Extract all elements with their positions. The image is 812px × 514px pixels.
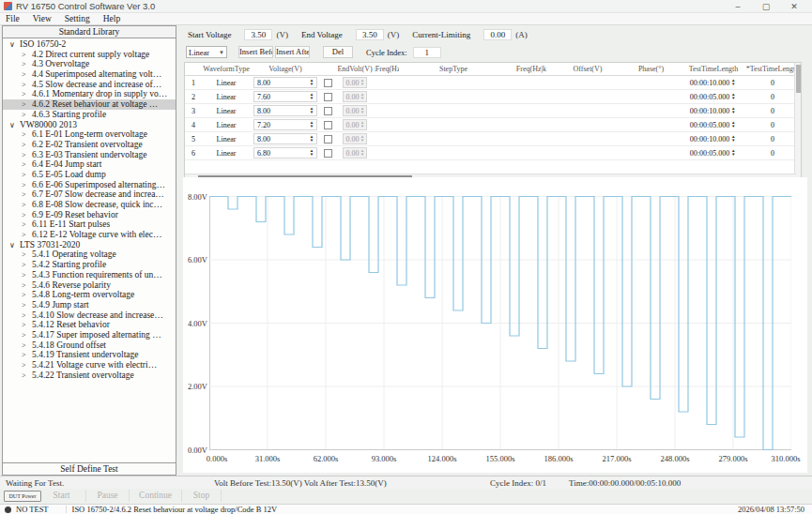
waveform-type-cell[interactable]: Linear: [202, 90, 251, 103]
spinner-icon[interactable]: ▲▼: [729, 135, 737, 144]
tree-item[interactable]: >5.4.18 Ground offset: [3, 340, 176, 351]
tree-group-vw80000-2013[interactable]: ∨VW80000 2013: [3, 120, 176, 130]
tree-item[interactable]: >4.2 Direct current supply voltage: [3, 50, 176, 60]
menu-item-help[interactable]: Help: [103, 14, 120, 23]
voltage-input[interactable]: 8.00▲▼: [253, 133, 317, 144]
test-time-value: 00:00:10.000: [690, 135, 729, 144]
tree-item[interactable]: >6.7 E-07 Slow decrease and increa…: [3, 189, 176, 200]
tree-item[interactable]: >4.4 Superimposed alternating volt…: [3, 69, 176, 80]
voltage-input[interactable]: 8.00▲▼: [253, 77, 317, 88]
waveform-type-cell[interactable]: Linear: [202, 132, 251, 145]
test-time-cell: 00:00:10.000▲▼: [682, 132, 745, 145]
close-button[interactable]: ✕: [780, 0, 808, 13]
maximize-button[interactable]: ▢: [752, 0, 780, 13]
row-checkbox[interactable]: [324, 149, 332, 158]
tree-item[interactable]: >5.4.21 Voltage curve with electri…: [3, 360, 176, 370]
tree-item[interactable]: >6.1 E-01 Long-term overvoltage: [3, 129, 176, 140]
tree-item[interactable]: >6.2 E-02 Transient overvoltage: [3, 140, 176, 150]
tree-item[interactable]: >6.3 E-03 Transient undervoltage: [3, 150, 176, 160]
tree-item[interactable]: >4.6.3 Starting profile: [3, 110, 176, 120]
tree-item[interactable]: >4.6.1 Momentary drop in supply vo…: [3, 89, 176, 99]
spinner-icon[interactable]: ▲▼: [729, 79, 737, 87]
tree-group-lts-37031-2020[interactable]: ∨LTS 37031-2020: [3, 240, 176, 250]
tree-item[interactable]: >6.8 E-08 Slow decrease, quick inc…: [3, 200, 176, 210]
spinner-icon[interactable]: ▲▼: [308, 93, 315, 101]
tree-item[interactable]: >6.9 E-09 Reset behavior: [3, 210, 176, 220]
sidebar-header: Standard Library: [3, 26, 176, 38]
tree-item[interactable]: >5.4.10 Slow decrease and increase…: [3, 310, 176, 321]
pause-button[interactable]: Pause: [86, 490, 130, 502]
start-button[interactable]: Start: [38, 490, 86, 502]
tree-item[interactable]: >5.4.12 Reset behavior: [3, 320, 176, 330]
spinner-icon[interactable]: ▲▼: [308, 107, 315, 115]
step-type-cell: [399, 146, 508, 159]
menu-item-view[interactable]: View: [33, 14, 52, 23]
waveform-type-cell[interactable]: Linear: [202, 104, 251, 117]
voltage-input[interactable]: 8.00▲▼: [253, 105, 317, 116]
tree-item[interactable]: >4.6.2 Reset behaviour at voltage …: [3, 99, 176, 110]
row-checkbox[interactable]: [324, 135, 332, 144]
tree-item-label: 5.4.12 Reset behavior: [32, 320, 110, 329]
waveform-type-cell[interactable]: Linear: [202, 76, 251, 89]
spinner-icon[interactable]: ▲▼: [729, 149, 737, 158]
tree-group-iso-16750-2[interactable]: ∨ISO 16750-2: [3, 39, 176, 50]
row-checkbox[interactable]: [324, 93, 332, 101]
delete-button[interactable]: Del: [323, 46, 353, 58]
spinner-icon[interactable]: ▲▼: [729, 107, 737, 115]
tree-item[interactable]: >5.4.3 Function requirements of un…: [3, 270, 176, 280]
spinner-icon[interactable]: ▲▼: [729, 121, 737, 129]
spinner-icon[interactable]: ▲▼: [308, 135, 315, 144]
waveform-type-select[interactable]: Linear ▼: [186, 46, 227, 58]
tree-item[interactable]: >6.11 E-11 Start pulses: [3, 219, 176, 230]
spinner-icon[interactable]: ▲▼: [308, 149, 315, 158]
self-define-test-button[interactable]: Self Define Test: [3, 462, 176, 475]
spinner-icon[interactable]: ▲▼: [729, 93, 737, 101]
tree-item[interactable]: >5.4.9 Jump start: [3, 300, 176, 310]
table-vertical-scrollbar[interactable]: [794, 63, 801, 181]
extra-time-cell: 0: [745, 146, 800, 159]
current-limiting-input[interactable]: 0.00: [483, 29, 512, 40]
voltage-input[interactable]: 7.20▲▼: [253, 119, 317, 130]
voltage-input[interactable]: 7.60▲▼: [253, 91, 317, 102]
tree-item[interactable]: >6.6 E-06 Superimposed alternating…: [3, 180, 176, 190]
menu-item-file[interactable]: File: [6, 14, 20, 23]
waveform-type-cell[interactable]: Linear: [202, 118, 251, 131]
menu-item-setting[interactable]: Setting: [65, 14, 90, 23]
insert-after-button[interactable]: Insert After: [275, 46, 310, 58]
waveform-svg: [209, 196, 791, 450]
voltage-input[interactable]: 6.80▲▼: [253, 147, 317, 159]
spinner-icon: ▲▼: [360, 135, 366, 144]
tree-item[interactable]: >5.4.2 Starting profile: [3, 260, 176, 270]
row-checkbox[interactable]: [324, 121, 332, 129]
cycle-index-input[interactable]: 1: [413, 47, 441, 58]
tree-item[interactable]: >5.4.8 Long-term overvoltage: [3, 290, 176, 300]
tree-item[interactable]: >5.4.1 Operating voltage: [3, 249, 176, 260]
waveform-type-cell[interactable]: Linear: [202, 146, 251, 159]
chevron-right-icon: >: [22, 100, 32, 110]
dut-power-button[interactable]: DUT Power: [4, 491, 41, 502]
tree-item[interactable]: >6.5 E-05 Load dump: [3, 170, 176, 180]
spinner-icon[interactable]: ▲▼: [308, 121, 315, 129]
start-voltage-input[interactable]: 3.50: [244, 29, 272, 40]
tree-item[interactable]: >4.5 Slow decrease and increase of…: [3, 80, 176, 90]
minimize-button[interactable]: –: [724, 0, 752, 13]
insert-before-button[interactable]: Insert Before: [238, 46, 273, 58]
tree-item[interactable]: >6.12 E-12 Voltage curve with elec…: [3, 230, 176, 240]
tree-item[interactable]: >4.3 Overvoltage: [3, 59, 176, 69]
tree-item[interactable]: >5.4.17 Super imposed alternating …: [3, 330, 176, 340]
tree-item-label: 5.4.21 Voltage curve with electri…: [32, 360, 157, 370]
test-path-text: ISO 16750-2/4.6.2 Reset behaviour at vol…: [72, 505, 278, 514]
phase-cell: [620, 132, 682, 145]
tree-item[interactable]: >6.4 E-04 Jump start: [3, 159, 176, 170]
tree-item[interactable]: >5.4.22 Transient overvoltage: [3, 370, 176, 381]
end-voltage-input[interactable]: 3.50: [356, 29, 384, 40]
column-header: [320, 63, 335, 75]
continue-button[interactable]: Continue: [130, 490, 182, 502]
row-checkbox[interactable]: [324, 79, 332, 87]
stop-button[interactable]: Stop: [182, 490, 222, 502]
spinner-icon[interactable]: ▲▼: [308, 79, 315, 87]
row-checkbox[interactable]: [324, 107, 332, 115]
end-volt-input: 0.00▲▼: [343, 77, 368, 88]
tree-item[interactable]: >5.4.6 Reverse polarity: [3, 280, 176, 291]
tree-item[interactable]: >5.4.19 Transient undervoltage: [3, 350, 176, 360]
